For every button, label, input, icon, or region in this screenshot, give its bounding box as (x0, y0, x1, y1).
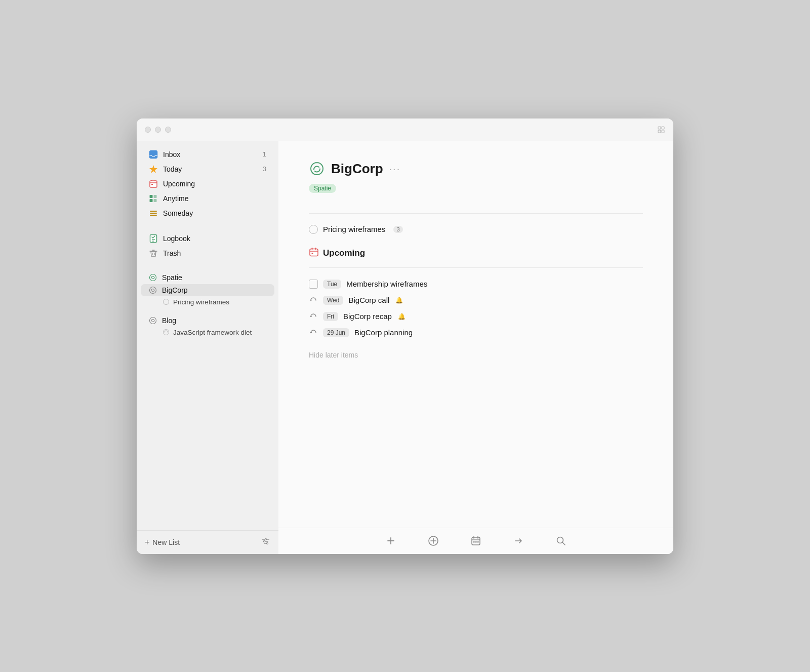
upcoming-task-jun29: BigCorp planning (354, 328, 413, 337)
sidebar-item-today[interactable]: Today 3 (141, 162, 274, 176)
bottom-toolbar (278, 528, 673, 554)
filter-icon[interactable] (261, 537, 270, 548)
sidebar: Inbox 1 Today 3 (137, 141, 278, 554)
hide-later-button[interactable]: Hide later items (309, 351, 643, 359)
sidebar-project-bigcorp[interactable]: BigCorp (141, 284, 274, 296)
task-badge-pricing: 3 (393, 226, 402, 233)
repeat-icon-fri (309, 312, 318, 321)
divider-3 (137, 308, 278, 314)
trash-label: Trash (163, 249, 266, 257)
blog-label: Blog (162, 317, 266, 325)
upcoming-sidebar-icon (149, 179, 158, 188)
repeat-icon-wed (309, 296, 318, 305)
projects-section: Spatie BigCorp Prici (137, 269, 278, 340)
inbox-label: Inbox (163, 150, 258, 159)
svg-rect-9 (151, 184, 153, 185)
upcoming-divider (309, 267, 643, 268)
today-label: Today (163, 165, 258, 173)
header-divider (309, 213, 643, 214)
svg-rect-12 (154, 195, 157, 198)
upcoming-section-header: Upcoming (309, 247, 643, 259)
sidebar-project-blog[interactable]: Blog (141, 314, 274, 327)
divider-2 (137, 263, 278, 269)
minimize-button[interactable] (155, 127, 161, 133)
svg-rect-41 (473, 541, 475, 543)
plus-icon: + (145, 538, 149, 547)
bigcorp-label: BigCorp (162, 286, 266, 294)
search-button[interactable] (555, 535, 567, 547)
anytime-icon (149, 194, 158, 203)
upcoming-item-fri[interactable]: Fri BigCorp recap 🔔 (309, 308, 643, 325)
project-header: BigCorp ··· (309, 161, 643, 177)
new-list-button[interactable]: + New List (145, 538, 180, 547)
upcoming-item-wed[interactable]: Wed BigCorp call 🔔 (309, 292, 643, 308)
checkbox-tue[interactable] (309, 280, 318, 289)
svg-rect-11 (150, 199, 153, 202)
trash-icon (149, 249, 158, 258)
bell-icon-fri: 🔔 (398, 313, 406, 320)
upcoming-item-tue[interactable]: Tue Membership wireframes (309, 276, 643, 292)
someday-label: Someday (163, 209, 266, 217)
upcoming-section-title: Upcoming (323, 248, 365, 258)
move-button[interactable] (512, 535, 524, 547)
upcoming-list: Tue Membership wireframes Wed BigCorp ca (309, 276, 643, 341)
day-badge-jun29: 29 Jun (323, 328, 349, 337)
calendar-button[interactable] (470, 535, 482, 547)
add-checklist-button[interactable] (427, 535, 439, 547)
main-nav-section: Inbox 1 Today 3 (137, 145, 278, 223)
svg-rect-43 (477, 541, 479, 543)
upcoming-calendar-icon (309, 247, 319, 259)
sidebar-item-upcoming[interactable]: Upcoming (141, 177, 274, 191)
day-badge-tue: Tue (323, 280, 341, 289)
close-button[interactable] (145, 127, 151, 133)
task-row-pricing[interactable]: Pricing wireframes 3 (309, 222, 643, 237)
today-badge: 3 (263, 165, 266, 173)
svg-rect-13 (154, 199, 157, 202)
svg-rect-37 (472, 537, 480, 545)
svg-rect-15 (150, 213, 157, 214)
svg-point-27 (267, 542, 268, 544)
main-panel: BigCorp ··· Spatie Pricing wireframes 3 (278, 141, 673, 554)
sidebar-item-inbox[interactable]: Inbox 1 (141, 147, 274, 162)
svg-rect-10 (150, 195, 153, 198)
svg-rect-42 (475, 541, 477, 543)
upcoming-item-jun29[interactable]: 29 Jun BigCorp planning (309, 325, 643, 341)
maximize-button[interactable] (165, 127, 171, 133)
svg-rect-2 (658, 130, 661, 133)
day-badge-wed: Wed (323, 296, 343, 305)
sidebar-item-someday[interactable]: Someday (141, 206, 274, 220)
sidebar-item-logbook[interactable]: Logbook (141, 231, 274, 246)
upcoming-label: Upcoming (163, 180, 266, 188)
add-task-button[interactable] (385, 535, 397, 547)
project-menu-button[interactable]: ··· (389, 163, 401, 175)
sidebar-subitem-js-framework[interactable]: JavaScript framework diet (141, 327, 274, 338)
blog-project-icon (149, 317, 157, 325)
upcoming-task-wed: BigCorp call (348, 296, 389, 304)
logbook-trash-section: Logbook Trash (137, 229, 278, 263)
svg-rect-0 (658, 127, 661, 129)
svg-rect-31 (312, 253, 313, 254)
divider-1 (137, 223, 278, 229)
content-area: Inbox 1 Today 3 (137, 141, 673, 554)
svg-rect-14 (150, 211, 157, 212)
svg-rect-30 (315, 248, 316, 250)
svg-rect-7 (151, 180, 152, 181)
js-framework-label: JavaScript framework diet (173, 329, 252, 336)
traffic-lights (145, 127, 171, 133)
project-tag[interactable]: Spatie (309, 184, 336, 193)
someday-icon (149, 209, 158, 218)
logbook-icon (149, 234, 158, 243)
task-checkbox-pricing[interactable] (309, 225, 318, 234)
spatie-project-icon (149, 273, 157, 282)
sidebar-footer: + New List (137, 530, 278, 554)
sidebar-item-anytime[interactable]: Anytime (141, 191, 274, 206)
svg-rect-29 (312, 248, 313, 250)
sidebar-subitem-pricing-wireframes[interactable]: Pricing wireframes (141, 297, 274, 307)
svg-rect-6 (150, 181, 157, 187)
inbox-icon (149, 150, 158, 159)
sidebar-item-trash[interactable]: Trash (141, 246, 274, 260)
upcoming-task-tue: Membership wireframes (346, 280, 427, 288)
svg-rect-1 (662, 127, 664, 129)
sidebar-project-spatie[interactable]: Spatie (141, 271, 274, 284)
upcoming-task-fri: BigCorp recap (343, 312, 392, 321)
